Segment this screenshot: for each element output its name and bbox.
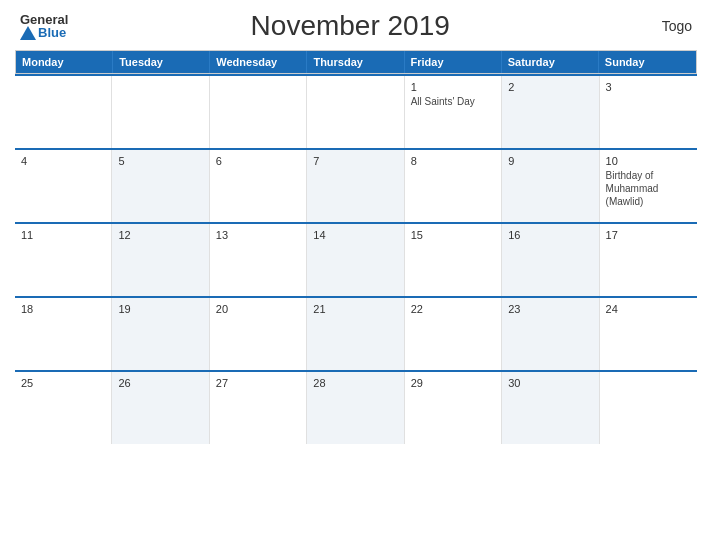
calendar-header-row: Monday Tuesday Wednesday Thursday Friday… <box>16 51 696 73</box>
logo-blue-text: Blue <box>38 26 66 39</box>
day-cell-0-5: 2 <box>502 76 599 148</box>
day-cell-3-2: 20 <box>210 298 307 370</box>
day-number: 6 <box>216 155 300 167</box>
day-number: 18 <box>21 303 105 315</box>
day-cell-0-6: 3 <box>600 76 697 148</box>
day-number: 25 <box>21 377 105 389</box>
day-number: 12 <box>118 229 202 241</box>
day-cell-4-5: 30 <box>502 372 599 444</box>
day-cell-1-3: 7 <box>307 150 404 222</box>
calendar-body: 1All Saints' Day2345678910Birthday of Mu… <box>15 74 697 444</box>
calendar-table: Monday Tuesday Wednesday Thursday Friday… <box>15 50 697 74</box>
day-cell-1-5: 9 <box>502 150 599 222</box>
col-thursday: Thursday <box>307 51 404 73</box>
day-cell-0-1 <box>112 76 209 148</box>
day-number: 15 <box>411 229 495 241</box>
day-number: 28 <box>313 377 397 389</box>
day-number: 14 <box>313 229 397 241</box>
calendar-title: November 2019 <box>68 10 632 42</box>
day-number: 29 <box>411 377 495 389</box>
col-tuesday: Tuesday <box>113 51 210 73</box>
day-number: 26 <box>118 377 202 389</box>
col-monday: Monday <box>16 51 113 73</box>
col-saturday: Saturday <box>502 51 599 73</box>
logo-triangle-icon <box>20 26 36 40</box>
day-number: 16 <box>508 229 592 241</box>
logo-blue-row: Blue <box>20 26 66 40</box>
col-wednesday: Wednesday <box>210 51 307 73</box>
day-cell-4-1: 26 <box>112 372 209 444</box>
col-friday: Friday <box>405 51 502 73</box>
logo: General Blue <box>20 13 68 40</box>
day-cell-2-6: 17 <box>600 224 697 296</box>
day-cell-1-2: 6 <box>210 150 307 222</box>
header: General Blue November 2019 Togo <box>15 10 697 42</box>
page: General Blue November 2019 Togo Monday T… <box>0 0 712 550</box>
week-row-1: 45678910Birthday of Muhammad (Mawlid) <box>15 148 697 222</box>
day-cell-1-4: 8 <box>405 150 502 222</box>
day-cell-4-4: 29 <box>405 372 502 444</box>
day-number: 21 <box>313 303 397 315</box>
day-number: 10 <box>606 155 691 167</box>
day-cell-3-5: 23 <box>502 298 599 370</box>
day-number: 13 <box>216 229 300 241</box>
day-cell-4-0: 25 <box>15 372 112 444</box>
day-cell-2-0: 11 <box>15 224 112 296</box>
day-number: 1 <box>411 81 495 93</box>
day-cell-3-3: 21 <box>307 298 404 370</box>
day-number: 27 <box>216 377 300 389</box>
day-cell-4-2: 27 <box>210 372 307 444</box>
week-row-3: 18192021222324 <box>15 296 697 370</box>
day-event: All Saints' Day <box>411 95 495 108</box>
day-cell-3-0: 18 <box>15 298 112 370</box>
day-cell-0-0 <box>15 76 112 148</box>
day-cell-0-4: 1All Saints' Day <box>405 76 502 148</box>
week-row-4: 252627282930 <box>15 370 697 444</box>
day-number: 20 <box>216 303 300 315</box>
day-number: 8 <box>411 155 495 167</box>
day-number: 30 <box>508 377 592 389</box>
day-cell-2-1: 12 <box>112 224 209 296</box>
day-number: 19 <box>118 303 202 315</box>
country-label: Togo <box>632 18 692 34</box>
day-cell-3-1: 19 <box>112 298 209 370</box>
day-number: 2 <box>508 81 592 93</box>
logo-general-text: General <box>20 13 68 26</box>
day-cell-4-3: 28 <box>307 372 404 444</box>
day-cell-1-0: 4 <box>15 150 112 222</box>
day-cell-3-4: 22 <box>405 298 502 370</box>
day-cell-4-6 <box>600 372 697 444</box>
day-cell-2-2: 13 <box>210 224 307 296</box>
day-cell-2-5: 16 <box>502 224 599 296</box>
day-number: 23 <box>508 303 592 315</box>
day-number: 4 <box>21 155 105 167</box>
day-number: 22 <box>411 303 495 315</box>
day-cell-3-6: 24 <box>600 298 697 370</box>
day-number: 5 <box>118 155 202 167</box>
day-cell-2-4: 15 <box>405 224 502 296</box>
col-sunday: Sunday <box>599 51 696 73</box>
day-cell-0-3 <box>307 76 404 148</box>
day-number: 24 <box>606 303 691 315</box>
day-number: 3 <box>606 81 691 93</box>
day-number: 7 <box>313 155 397 167</box>
week-row-0: 1All Saints' Day23 <box>15 74 697 148</box>
day-number: 9 <box>508 155 592 167</box>
day-cell-0-2 <box>210 76 307 148</box>
day-cell-2-3: 14 <box>307 224 404 296</box>
day-number: 17 <box>606 229 691 241</box>
day-event: Birthday of Muhammad (Mawlid) <box>606 169 691 208</box>
day-number: 11 <box>21 229 105 241</box>
week-row-2: 11121314151617 <box>15 222 697 296</box>
day-cell-1-6: 10Birthday of Muhammad (Mawlid) <box>600 150 697 222</box>
day-cell-1-1: 5 <box>112 150 209 222</box>
